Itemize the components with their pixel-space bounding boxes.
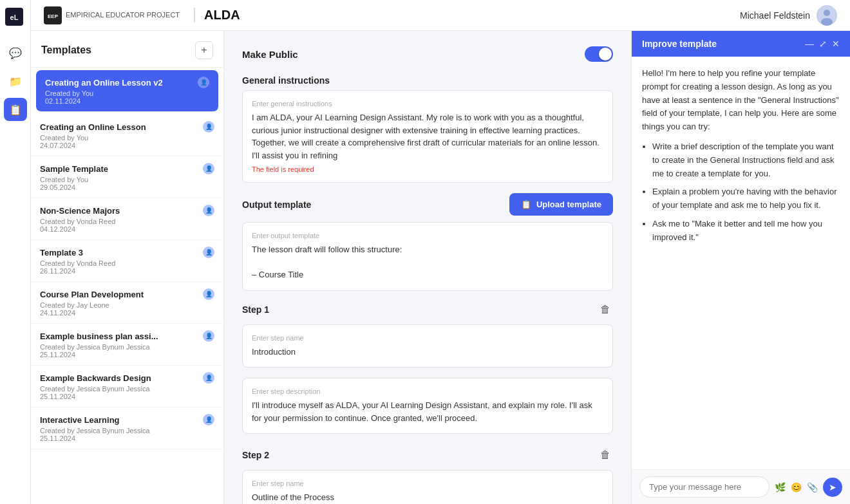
template-item-name: Creating an Online Lesson v2 xyxy=(45,78,194,88)
add-template-button[interactable]: + xyxy=(195,41,213,59)
icon-bar: eL 💬 📁 📋 xyxy=(0,0,31,504)
template-item[interactable]: Interactive Learning 👤 Created by Jessic… xyxy=(31,407,223,449)
step-desc-label: Enter step description xyxy=(252,387,603,395)
template-icon[interactable]: 📋 xyxy=(4,98,27,121)
user-info: Michael Feldstein xyxy=(740,5,837,26)
folder-icon[interactable]: 📁 xyxy=(4,70,27,93)
expand-icon[interactable]: ⤢ xyxy=(819,39,827,49)
improve-input[interactable] xyxy=(639,476,770,498)
template-item-name: Template 3 xyxy=(40,248,199,257)
step-section: Step 1 🗑 Enter step name Introduction En… xyxy=(242,301,613,434)
user-icon: 👤 xyxy=(203,372,214,384)
template-item[interactable]: Non-Science Majors 👤 Created by Vonda Re… xyxy=(31,198,223,240)
delete-step-button[interactable]: 🗑 xyxy=(598,447,613,463)
sidebar: Templates + Creating an Online Lesson v2… xyxy=(31,31,224,504)
template-item[interactable]: Creating an Online Lesson 👤 Created by Y… xyxy=(31,115,223,156)
template-item-meta: Created by Jay Leone24.11.2024 xyxy=(40,301,214,317)
general-instructions-error: The field is required xyxy=(252,165,603,173)
steps-container: Step 1 🗑 Enter step name Introduction En… xyxy=(242,301,613,505)
make-public-toggle[interactable] xyxy=(585,46,613,62)
template-item-name: Example business plan assi... xyxy=(40,331,199,341)
upload-btn-label: Upload template xyxy=(536,200,601,209)
template-item-meta: Created by You24.07.2024 xyxy=(40,134,214,149)
template-item[interactable]: Example business plan assi... 👤 Created … xyxy=(31,324,223,366)
user-icon: 👤 xyxy=(198,77,209,88)
app-logo: eL xyxy=(5,8,26,28)
template-item-name: Example Backwards Design xyxy=(40,373,199,383)
template-item-name: Course Plan Development xyxy=(40,290,199,299)
step-title: Step 1 xyxy=(242,304,269,315)
emoji-icon[interactable]: 🌿 xyxy=(775,482,786,492)
template-item[interactable]: Sample Template 👤 Created by You29.05.20… xyxy=(31,156,223,198)
general-instructions-field-label: Enter general instructions xyxy=(252,100,603,107)
improve-bullet-list: Write a brief description of the templat… xyxy=(652,140,840,245)
improve-panel: Improve template — ⤢ ✕ Hello! I'm here t… xyxy=(631,31,850,504)
make-public-label: Make Public xyxy=(242,49,298,60)
brand-subtitle: EMPIRICAL EDUCATOR PROJECT xyxy=(66,11,180,19)
top-bar: EEP EMPIRICAL EDUCATOR PROJECT ALDA Mich… xyxy=(31,0,850,31)
step-name-label: Enter step name xyxy=(252,334,603,342)
app-name: ALDA xyxy=(194,8,240,23)
send-button[interactable]: ➤ xyxy=(823,478,842,497)
template-item[interactable]: Example Backwards Design 👤 Created by Je… xyxy=(31,366,223,407)
template-item-meta: Created by You02.11.2024 xyxy=(45,89,209,105)
improve-bullet-item: Write a brief description of the templat… xyxy=(652,140,840,180)
avatar xyxy=(817,5,837,26)
svg-point-5 xyxy=(824,10,830,16)
step-desc-value: I'll introduce myself as ALDA, your AI L… xyxy=(252,399,603,424)
main-layout: Templates + Creating an Online Lesson v2… xyxy=(31,31,850,504)
smiley-icon[interactable]: 😊 xyxy=(791,482,802,492)
content-area: Make Public General instructions Enter g… xyxy=(224,31,631,504)
general-instructions-box[interactable]: Enter general instructions I am ALDA, yo… xyxy=(242,90,613,183)
template-item-name: Sample Template xyxy=(40,164,199,174)
step-name-box[interactable]: Enter step name Introduction xyxy=(242,324,613,368)
step-name-box[interactable]: Enter step name Outline of the Process xyxy=(242,470,613,504)
step-desc-box[interactable]: Enter step description I'll introduce my… xyxy=(242,378,613,434)
output-template-text: The lesson draft will follow this struct… xyxy=(252,243,603,281)
template-list: Creating an Online Lesson v2 👤 Created b… xyxy=(31,68,223,504)
user-name-label: Michael Feldstein xyxy=(740,10,810,21)
delete-step-button[interactable]: 🗑 xyxy=(598,301,613,318)
upload-template-button[interactable]: 📋 Upload template xyxy=(509,193,613,216)
brand-logo: EEP EMPIRICAL EDUCATOR PROJECT ALDA xyxy=(44,6,240,24)
step-name-label: Enter step name xyxy=(252,480,603,487)
toggle-knob xyxy=(599,48,612,61)
user-icon: 👤 xyxy=(203,205,214,216)
user-icon: 👤 xyxy=(203,330,214,342)
improve-body: Hello! I'm here to help you refine your … xyxy=(632,57,850,469)
template-item-name: Creating an Online Lesson xyxy=(40,122,199,132)
general-instructions-text: I am ALDA, your AI Learning Design Assis… xyxy=(252,111,603,162)
template-item-meta: Created by You29.05.2024 xyxy=(40,176,214,191)
output-template-box[interactable]: Enter output template The lesson draft w… xyxy=(242,222,613,291)
close-icon[interactable]: ✕ xyxy=(832,39,840,49)
sidebar-header: Templates + xyxy=(31,31,223,68)
chat-icon[interactable]: 💬 xyxy=(4,41,27,64)
user-icon: 👤 xyxy=(203,288,214,300)
user-icon: 👤 xyxy=(203,121,214,133)
step-title: Step 2 xyxy=(242,450,269,460)
improve-bullet-item: Explain a problem you're having with the… xyxy=(652,185,840,212)
improve-bullet-item: Ask me to "Make it better and tell me ho… xyxy=(652,218,840,245)
template-item-meta: Created by Jessica Bynum Jessica25.11.20… xyxy=(40,385,214,400)
improve-input-bar: 🌿 😊 📎 ➤ xyxy=(632,469,850,504)
improve-header: Improve template — ⤢ ✕ xyxy=(632,31,850,57)
step-name-value: Introduction xyxy=(252,346,603,359)
svg-text:eL: eL xyxy=(10,14,18,21)
general-instructions-label: General instructions xyxy=(242,75,330,86)
sidebar-title: Templates xyxy=(41,44,91,56)
template-item[interactable]: Creating an Online Lesson v2 👤 Created b… xyxy=(36,70,218,112)
template-item[interactable]: Course Plan Development 👤 Created by Jay… xyxy=(31,282,223,324)
improve-header-icons: — ⤢ ✕ xyxy=(805,39,840,49)
attach-icon[interactable]: 📎 xyxy=(807,482,818,492)
step-header: Step 1 🗑 xyxy=(242,301,613,318)
user-icon: 👤 xyxy=(203,163,214,174)
template-item-name: Interactive Learning xyxy=(40,415,199,425)
svg-text:EEP: EEP xyxy=(48,14,59,19)
improve-body-text: Hello! I'm here to help you refine your … xyxy=(642,67,840,134)
empirical-logo-icon: EEP xyxy=(44,6,62,24)
user-icon: 👤 xyxy=(203,247,214,258)
output-template-row: Output template 📋 Upload template xyxy=(242,193,613,216)
template-item-meta: Created by Vonda Reed04.12.2024 xyxy=(40,218,214,233)
minimize-icon[interactable]: — xyxy=(805,39,814,49)
template-item[interactable]: Template 3 👤 Created by Vonda Reed26.11.… xyxy=(31,240,223,282)
